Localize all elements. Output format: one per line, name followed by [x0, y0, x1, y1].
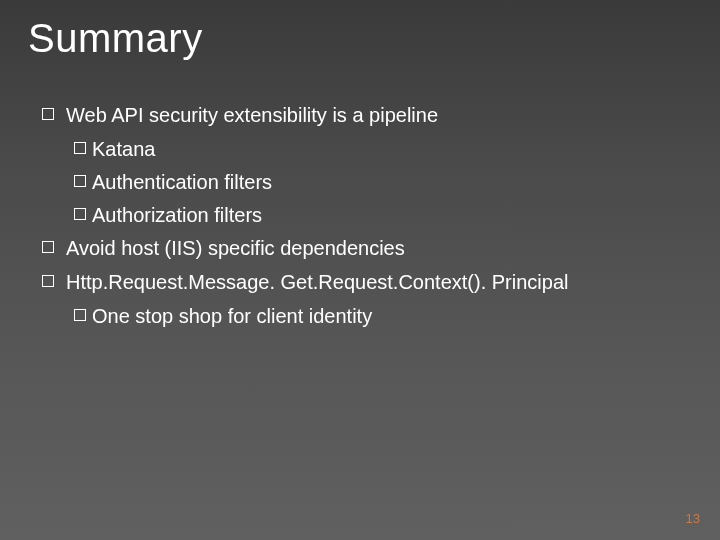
bullet-text: Avoid host (IIS) specific dependencies: [66, 233, 680, 263]
sub-bullet-item: Authorization filters: [74, 200, 680, 230]
bullet-text: Web API security extensibility is a pipe…: [66, 100, 680, 130]
page-number: 13: [686, 511, 700, 526]
sub-bullet-item: Authentication filters: [74, 167, 680, 197]
square-bullet-icon: [42, 241, 54, 253]
square-bullet-icon: [74, 309, 86, 321]
sub-bullet-text: Katana: [92, 134, 155, 164]
sub-bullet-item: Katana: [74, 134, 680, 164]
square-bullet-icon: [74, 208, 86, 220]
slide-content: Web API security extensibility is a pipe…: [42, 100, 680, 334]
bullet-text: Http.Request.Message. Get.Request.Contex…: [66, 267, 680, 297]
bullet-item: Avoid host (IIS) specific dependencies: [42, 233, 680, 263]
slide-title: Summary: [28, 16, 203, 61]
sub-bullet-text: Authorization filters: [92, 200, 262, 230]
bullet-item: Http.Request.Message. Get.Request.Contex…: [42, 267, 680, 297]
square-bullet-icon: [74, 175, 86, 187]
square-bullet-icon: [42, 108, 54, 120]
sub-bullet-item: One stop shop for client identity: [74, 301, 680, 331]
sub-bullet-text: Authentication filters: [92, 167, 272, 197]
sub-bullet-text: One stop shop for client identity: [92, 301, 372, 331]
square-bullet-icon: [74, 142, 86, 154]
square-bullet-icon: [42, 275, 54, 287]
bullet-item: Web API security extensibility is a pipe…: [42, 100, 680, 130]
